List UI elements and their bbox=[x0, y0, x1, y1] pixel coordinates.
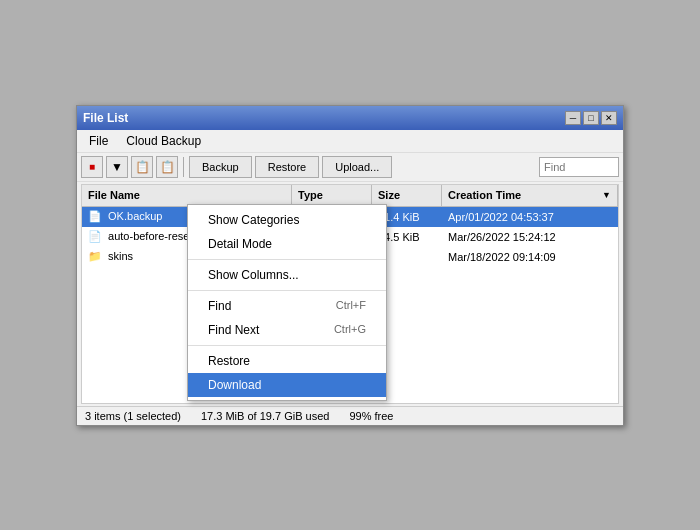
toolbar: ■ ▼ 📋 📋 Backup Restore Upload... bbox=[77, 153, 623, 182]
context-menu-restore[interactable]: Restore bbox=[188, 349, 386, 373]
upload-button[interactable]: Upload... bbox=[322, 156, 392, 178]
toolbar-icon-2[interactable]: ▼ bbox=[106, 156, 128, 178]
title-bar: File List ─ □ ✕ bbox=[77, 106, 623, 130]
filter-icon: ▼ bbox=[111, 160, 123, 174]
context-menu-separator-3 bbox=[188, 345, 386, 346]
context-menu-find-next[interactable]: Find Next Ctrl+G bbox=[188, 318, 386, 342]
backup-button[interactable]: Backup bbox=[189, 156, 252, 178]
context-menu: Show Categories Detail Mode Show Columns… bbox=[187, 204, 387, 401]
file-icon: 📄 bbox=[88, 210, 102, 222]
context-menu-show-categories[interactable]: Show Categories bbox=[188, 208, 386, 232]
file-icon: 📄 bbox=[88, 230, 102, 242]
sort-arrow-icon: ▼ bbox=[602, 190, 611, 200]
col-header-name[interactable]: File Name bbox=[82, 185, 292, 206]
context-menu-find[interactable]: Find Ctrl+F bbox=[188, 294, 386, 318]
toolbar-separator bbox=[183, 157, 184, 177]
context-menu-separator-2 bbox=[188, 290, 386, 291]
paste-icon: 📋 bbox=[160, 160, 175, 174]
close-button[interactable]: ✕ bbox=[601, 111, 617, 125]
stop-icon: ■ bbox=[89, 161, 95, 172]
file-list-wrapper: File Name Type Size Creation Time ▼ 📄 OK… bbox=[77, 184, 623, 404]
status-bar: 3 items (1 selected) 17.3 MiB of 19.7 Gi… bbox=[77, 406, 623, 425]
context-menu-detail-mode[interactable]: Detail Mode bbox=[188, 232, 386, 256]
toolbar-icon-3[interactable]: 📋 bbox=[131, 156, 153, 178]
col-header-size[interactable]: Size bbox=[372, 185, 442, 206]
file-creation-cell: Mar/18/2022 09:14:09 bbox=[442, 251, 618, 263]
col-header-type[interactable]: Type bbox=[292, 185, 372, 206]
toolbar-icon-4[interactable]: 📋 bbox=[156, 156, 178, 178]
context-menu-download[interactable]: Download bbox=[188, 373, 386, 397]
menu-bar: File Cloud Backup bbox=[77, 130, 623, 153]
menu-cloud-backup[interactable]: Cloud Backup bbox=[118, 132, 209, 150]
main-window: File List ─ □ ✕ File Cloud Backup ■ ▼ 📋 … bbox=[76, 105, 624, 426]
find-input[interactable] bbox=[539, 157, 619, 177]
copy-icon: 📋 bbox=[135, 160, 150, 174]
status-items: 3 items (1 selected) bbox=[85, 410, 181, 422]
minimize-button[interactable]: ─ bbox=[565, 111, 581, 125]
folder-icon: 📁 bbox=[88, 250, 102, 262]
status-free: 99% free bbox=[349, 410, 393, 422]
window-title: File List bbox=[83, 111, 128, 125]
restore-button[interactable]: Restore bbox=[255, 156, 320, 178]
window-controls: ─ □ ✕ bbox=[565, 111, 617, 125]
menu-file[interactable]: File bbox=[81, 132, 116, 150]
context-menu-separator-1 bbox=[188, 259, 386, 260]
file-creation-cell: Mar/26/2022 15:24:12 bbox=[442, 231, 618, 243]
status-storage: 17.3 MiB of 19.7 GiB used bbox=[201, 410, 329, 422]
col-header-creation[interactable]: Creation Time ▼ bbox=[442, 185, 618, 206]
maximize-button[interactable]: □ bbox=[583, 111, 599, 125]
toolbar-icon-1[interactable]: ■ bbox=[81, 156, 103, 178]
file-creation-cell: Apr/01/2022 04:53:37 bbox=[442, 211, 618, 223]
context-menu-show-columns[interactable]: Show Columns... bbox=[188, 263, 386, 287]
